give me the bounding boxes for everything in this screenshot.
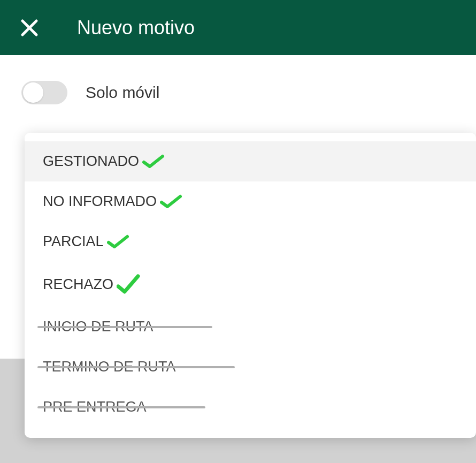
dropdown-item-pre-entrega[interactable]: PRE ENTREGA (25, 387, 476, 427)
dropdown-item-label: PRE ENTREGA (43, 399, 147, 415)
check-icon (107, 234, 129, 250)
close-button[interactable] (20, 19, 39, 37)
toggle-thumb (23, 82, 43, 103)
dropdown-list: GESTIONADO NO INFORMADO PARCIAL RECHAZO (25, 133, 476, 438)
check-icon (142, 154, 165, 170)
header: Nuevo motivo (0, 0, 476, 55)
dropdown-item-rechazo[interactable]: RECHAZO (25, 262, 476, 307)
dropdown-item-no-informado[interactable]: NO INFORMADO (25, 181, 476, 222)
check-icon (117, 274, 140, 295)
check-icon (160, 194, 182, 210)
dropdown-item-parcial[interactable]: PARCIAL (25, 222, 476, 262)
dropdown-item-label: NO INFORMADO (43, 193, 157, 210)
dropdown-item-label: INICIO DE RUTA (43, 318, 153, 335)
dropdown-item-termino-de-ruta[interactable]: TERMINO DE RUTA (25, 347, 476, 387)
close-icon (20, 19, 39, 37)
dropdown-item-label: RECHAZO (43, 276, 113, 293)
solo-movil-toggle[interactable] (21, 81, 67, 104)
toggle-row: Solo móvil (0, 55, 476, 124)
dropdown-item-label: GESTIONADO (43, 153, 139, 170)
page-title: Nuevo motivo (77, 17, 195, 39)
dropdown-item-gestionado[interactable]: GESTIONADO (25, 141, 476, 181)
dropdown-item-inicio-de-ruta[interactable]: INICIO DE RUTA (25, 307, 476, 347)
dropdown-item-label: PARCIAL (43, 233, 104, 250)
toggle-label: Solo móvil (86, 84, 159, 102)
dropdown-item-label: TERMINO DE RUTA (43, 359, 176, 375)
